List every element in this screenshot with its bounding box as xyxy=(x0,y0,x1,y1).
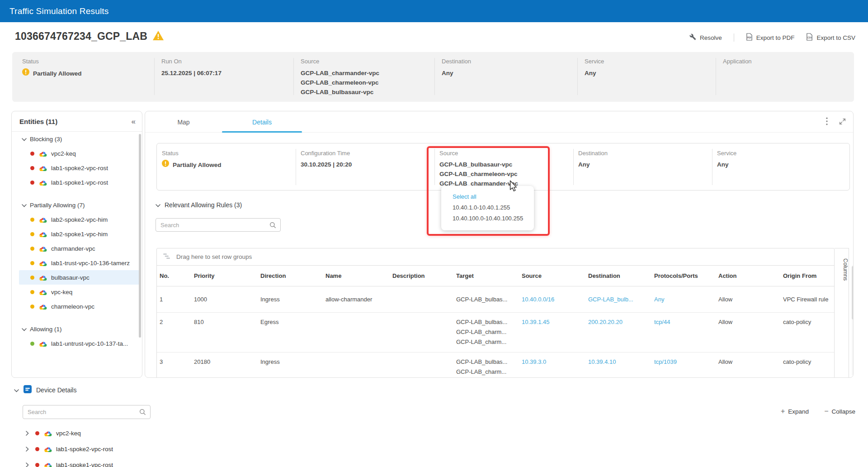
protocols-link[interactable]: Any xyxy=(654,286,717,312)
protocols-link[interactable]: tcp/1039 xyxy=(654,353,717,367)
table-row[interactable]: 2 810 Egress GCP-LAB_bulbas... GCP-LAB_c… xyxy=(157,312,834,352)
column-header[interactable]: Origin From xyxy=(783,266,834,286)
gcp-cloud-icon xyxy=(44,430,52,436)
rules-search-input[interactable] xyxy=(156,222,269,229)
table-scrollbar-thumb[interactable] xyxy=(852,266,854,319)
gcp-cloud-icon xyxy=(39,151,47,157)
column-header[interactable]: Target xyxy=(456,266,520,286)
select-all-option[interactable]: Select all xyxy=(441,191,534,202)
resolve-button[interactable]: Resolve xyxy=(689,33,722,42)
table-scrollbar[interactable] xyxy=(852,265,854,376)
warning-triangle-icon xyxy=(153,31,164,42)
expand-fullscreen-icon[interactable] xyxy=(839,118,846,127)
chevron-right-icon[interactable] xyxy=(26,431,29,436)
app-header: Traffic Simulation Results xyxy=(0,0,868,22)
chevron-right-icon[interactable] xyxy=(26,462,29,467)
ip-range-option[interactable]: 10.40.1.0-10.40.1.255 xyxy=(441,202,534,213)
device-row[interactable]: lab1-spoke1-vpc-rost xyxy=(21,457,113,467)
column-header[interactable]: Description xyxy=(392,266,454,286)
gcp-cloud-icon xyxy=(39,304,47,310)
panel-actions xyxy=(826,117,846,127)
device-row[interactable]: vpc2-keq xyxy=(21,426,81,440)
page-title: 1036674767234_GCP_LAB xyxy=(15,30,164,43)
search-icon xyxy=(139,409,146,415)
column-header[interactable]: Source xyxy=(522,266,586,286)
entity-item[interactable]: lab1-spoke1-vpc-rost xyxy=(19,175,139,190)
divider xyxy=(296,149,296,185)
column-header[interactable]: Priority xyxy=(194,266,259,286)
gcp-cloud-icon xyxy=(39,180,47,186)
destination-link[interactable]: 200.20.20.20 xyxy=(588,313,652,327)
entity-item[interactable]: vpc2-keq xyxy=(19,146,139,161)
entity-item-selected[interactable]: bulbasaur-vpc xyxy=(19,270,139,285)
group-toggle-allowing[interactable]: Allowing (1) xyxy=(12,322,142,336)
entity-item[interactable]: charmander-vpc xyxy=(19,241,139,256)
wrench-icon xyxy=(689,33,696,42)
entity-item[interactable]: lab2-spoke1-vpc-him xyxy=(19,227,139,241)
divider xyxy=(577,58,578,95)
entities-title: Entities (11) xyxy=(19,118,57,125)
source-link[interactable]: 10.40.0.0/16 xyxy=(522,286,586,312)
tab-details[interactable]: Details xyxy=(222,111,302,133)
device-details-toggle[interactable]: Device Details xyxy=(14,385,76,395)
status-dot-partial xyxy=(30,247,34,251)
destination-link[interactable]: 10.39.4.10 xyxy=(588,353,652,367)
collapse-panel-icon[interactable]: « xyxy=(132,118,136,125)
column-header[interactable]: No. xyxy=(160,266,192,286)
columns-side-panel-tab[interactable]: Columns xyxy=(835,248,849,378)
chevron-down-icon xyxy=(22,325,27,333)
status-dot-blocking xyxy=(35,431,39,435)
tab-map[interactable]: Map xyxy=(145,111,222,133)
entity-item[interactable]: lab1-trust-vpc-10-136-tamerz xyxy=(19,256,139,270)
entities-scrollbar-thumb[interactable] xyxy=(139,134,141,338)
column-header[interactable]: Protocols/Ports xyxy=(654,266,717,286)
entity-item[interactable]: lab1-untrust-vpc-10-137-ta... xyxy=(19,336,139,351)
entity-item[interactable]: lab2-spoke2-vpc-him xyxy=(19,212,139,227)
details-summary-card: Status Partially Allowed Configuration T… xyxy=(156,143,850,191)
divider xyxy=(434,149,435,185)
protocols-link[interactable]: tcp/44 xyxy=(654,313,717,327)
gcp-cloud-icon xyxy=(39,275,47,281)
collapse-all-button[interactable]: −Collapse xyxy=(824,408,855,415)
rules-table: Drag here to set row groups No. Priority… xyxy=(156,248,835,378)
entity-item[interactable]: vpc-keq xyxy=(19,285,139,299)
expand-all-button[interactable]: +Expand xyxy=(781,408,809,415)
simulation-summary-card: Status Partially Allowed Run On 25.12.20… xyxy=(12,52,854,102)
details-status: Status Partially Allowed xyxy=(162,150,222,170)
group-toggle-partially-allowing[interactable]: Partially Allowing (7) xyxy=(12,198,142,212)
chevron-right-icon[interactable] xyxy=(26,447,29,452)
kebab-menu-icon[interactable] xyxy=(826,117,828,127)
entity-item[interactable]: lab1-spoke2-vpc-rost xyxy=(19,161,139,175)
source-link[interactable]: 10.39.1.45 xyxy=(522,313,586,327)
group-toggle-blocking[interactable]: Blocking (3) xyxy=(12,132,142,146)
device-row[interactable]: lab1-spoke2-vpc-rost xyxy=(21,442,113,456)
export-to-pdf-button[interactable]: PDF Export to PDF xyxy=(746,33,795,42)
chevron-down-icon xyxy=(14,386,19,394)
divider xyxy=(712,149,712,185)
column-header[interactable]: Name xyxy=(326,266,391,286)
status-dot-allowing xyxy=(30,342,34,346)
page-header: 1036674767234_GCP_LAB Resolve PDF Export… xyxy=(0,22,868,52)
relevant-allowing-rules-toggle[interactable]: Relevant Allowing Rules (3) xyxy=(156,201,242,209)
column-header[interactable]: Destination xyxy=(588,266,652,286)
export-to-csv-button[interactable]: CSV Export to CSV xyxy=(806,33,855,42)
row-group-drop-zone[interactable]: Drag here to set row groups xyxy=(157,248,834,266)
details-destination: Destination Any xyxy=(578,150,608,169)
ip-range-option[interactable]: 10.40.100.0-10.40.100.255 xyxy=(441,213,534,224)
entity-item[interactable]: charmeleon-vpc xyxy=(19,299,139,314)
column-header[interactable]: Action xyxy=(718,266,781,286)
source-link[interactable]: 10.39.3.0 xyxy=(522,353,586,367)
table-row[interactable]: 1 1000 Ingress allow-charmander GCP-LAB_… xyxy=(157,286,834,312)
destination-link[interactable]: GCP-LAB_bulb... xyxy=(588,286,652,312)
row-groups-icon xyxy=(163,253,170,261)
device-search-input[interactable] xyxy=(23,409,139,415)
entities-header: Entities (11) « xyxy=(12,111,142,132)
tab-strip: Map Details xyxy=(145,111,853,133)
table-row[interactable]: 3 20180 Ingress GCP-LAB_bulbas... GCP-LA… xyxy=(157,352,834,378)
divider xyxy=(293,58,294,95)
svg-text:PDF: PDF xyxy=(747,37,751,39)
column-header[interactable]: Direction xyxy=(260,266,324,286)
table-header-row: No. Priority Direction Name Description … xyxy=(157,266,834,286)
device-search xyxy=(23,405,151,419)
gcp-cloud-icon xyxy=(39,341,47,347)
